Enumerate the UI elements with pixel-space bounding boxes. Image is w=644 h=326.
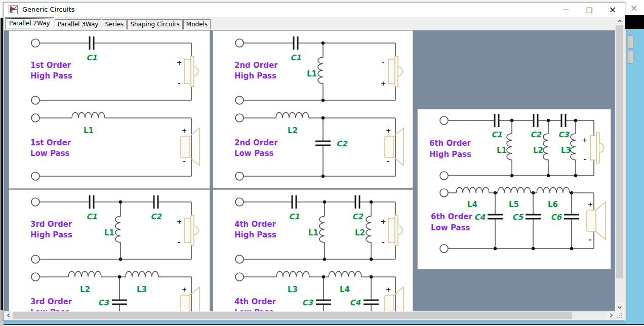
cap-label: C3 bbox=[302, 298, 314, 307]
resize-grip-icon[interactable] bbox=[617, 312, 623, 319]
back-window-close-icon[interactable]: × bbox=[628, 2, 640, 14]
cap-label: C6 bbox=[551, 213, 562, 222]
cap-label: C3 bbox=[98, 298, 110, 307]
shunt-inductor-icon bbox=[543, 120, 548, 176]
scroll-down-button[interactable] bbox=[615, 303, 624, 311]
input-terminal-icon bbox=[235, 255, 244, 263]
shunt-capacitor-icon bbox=[315, 141, 331, 145]
back-window-button[interactable] bbox=[628, 35, 633, 49]
input-terminal-icon bbox=[235, 172, 244, 180]
cap-label: C1 bbox=[289, 212, 299, 221]
circuit-title: 4th Order bbox=[234, 297, 276, 306]
shunt-inductor-icon bbox=[507, 120, 512, 176]
panel-3rd-order: C1 C2 L1 + - 3rd Order High Pass bbox=[9, 189, 210, 311]
polarity-plus: + bbox=[386, 286, 391, 293]
cap-label: C4 bbox=[474, 213, 486, 222]
inductor-icon bbox=[276, 112, 309, 118]
scrollbar-corner bbox=[615, 311, 624, 319]
circuit-title: High Pass bbox=[234, 71, 276, 80]
input-terminal-icon bbox=[235, 39, 244, 47]
input-terminal-icon bbox=[440, 172, 448, 180]
inductor-icon bbox=[126, 271, 158, 277]
back-window-black-strip bbox=[625, 15, 644, 29]
circuit-3rd-order-low-pass: L2 L3 C3 + - 3rd Order Low Pass bbox=[9, 269, 210, 311]
app-icon bbox=[9, 5, 18, 14]
circuit-title: Low Pass bbox=[234, 149, 274, 158]
cap-label: C2 bbox=[352, 212, 364, 221]
back-window-right-edge bbox=[625, 29, 644, 324]
circuit-title: High Pass bbox=[30, 71, 72, 80]
tweeter-icon bbox=[388, 56, 402, 87]
input-terminal-icon bbox=[235, 198, 244, 206]
ind-label: L4 bbox=[340, 285, 350, 294]
tab-parallel-2way[interactable]: Parallel 2Way bbox=[5, 17, 54, 29]
polarity-minus: - bbox=[178, 238, 180, 246]
tweeter-icon bbox=[184, 215, 198, 246]
ind-label: L4 bbox=[467, 200, 477, 209]
circuit-6th-order-low-pass: L4 L5 L6 C4 C5 C6 + - 6th Order Low Pass bbox=[418, 185, 611, 269]
scroll-right-button[interactable] bbox=[607, 311, 615, 319]
inductor-icon bbox=[456, 187, 489, 193]
shunt-inductor-icon bbox=[319, 202, 325, 259]
tab-parallel-3way[interactable]: Parallel 3Way bbox=[55, 19, 102, 29]
vertical-scrollbar[interactable] bbox=[615, 17, 624, 311]
input-terminal-icon bbox=[31, 114, 39, 122]
circuit-4th-order-low-pass: L3 L4 C3 C4 + - 4th Order Low Pass bbox=[213, 269, 413, 311]
circuit-canvas: C1 + - 1st Order High Pass L1 bbox=[4, 29, 615, 311]
input-terminal-icon bbox=[31, 39, 39, 47]
cap-label: C2 bbox=[336, 139, 348, 148]
circuit-title: 3rd Order bbox=[30, 220, 72, 229]
horizontal-scrollbar[interactable] bbox=[4, 311, 615, 319]
circuit-4th-order-high-pass: C1 C2 L1 L2 + - 4th Order High Pass bbox=[213, 190, 413, 269]
polarity-plus: + bbox=[386, 127, 391, 134]
polarity-plus: + bbox=[381, 218, 386, 225]
ind-label: L3 bbox=[137, 285, 147, 294]
circuit-title: High Pass bbox=[234, 230, 276, 239]
maximize-button[interactable]: □ bbox=[578, 3, 601, 17]
polarity-minus: - bbox=[183, 157, 185, 165]
tab-models[interactable]: Models bbox=[183, 19, 211, 29]
inductor-icon bbox=[498, 187, 531, 193]
ind-label: L3 bbox=[561, 146, 571, 155]
cap-label: C1 bbox=[86, 212, 97, 221]
ind-label: L6 bbox=[548, 200, 558, 209]
screen: × Generic Circuits — □ × Parallel 2Way P… bbox=[0, 0, 644, 326]
vertical-scrollbar-thumb[interactable] bbox=[616, 25, 623, 278]
scroll-left-button[interactable] bbox=[4, 311, 13, 319]
shunt-inductor-icon bbox=[115, 202, 120, 259]
scroll-up-button[interactable] bbox=[615, 17, 624, 25]
circuit-title: 2nd Order bbox=[234, 138, 278, 147]
tab-shaping-circuits[interactable]: Shaping Circuits bbox=[127, 19, 182, 29]
polarity-plus: + bbox=[177, 59, 182, 66]
circuit-title: 2nd Order bbox=[234, 61, 278, 70]
polarity-minus: - bbox=[382, 59, 384, 66]
close-button[interactable]: × bbox=[601, 3, 624, 17]
horizontal-scrollbar-thumb[interactable] bbox=[13, 312, 572, 319]
circuit-title: 1st Order bbox=[30, 61, 71, 70]
input-terminal-icon bbox=[235, 96, 244, 104]
cap-label: C2 bbox=[150, 212, 162, 221]
ind-label: L1 bbox=[497, 146, 507, 155]
cap-label: C3 bbox=[558, 130, 570, 139]
title-bar[interactable] bbox=[4, 3, 625, 17]
tab-bar: Parallel 2Way Parallel 3Way Series Shapi… bbox=[4, 17, 615, 29]
panel-2nd-order: C1 L1 - + 2nd Order High Pass L2 C2 bbox=[213, 30, 413, 188]
circuit-title: 6th Order bbox=[431, 212, 473, 221]
tab-series[interactable]: Series bbox=[102, 19, 127, 29]
ind-label: L5 bbox=[509, 200, 519, 209]
back-window-button[interactable] bbox=[628, 51, 633, 64]
circuit-title: Low Pass bbox=[30, 149, 70, 158]
panel-1st-order: C1 + - 1st Order High Pass L1 bbox=[9, 30, 210, 189]
minimize-button[interactable]: — bbox=[554, 3, 578, 17]
circuit-title: 3rd Order bbox=[30, 297, 72, 306]
ind-label: L2 bbox=[288, 126, 298, 135]
shunt-inductor-icon bbox=[318, 43, 323, 100]
window-title: Generic Circuits bbox=[22, 3, 74, 17]
polarity-minus: - bbox=[583, 155, 586, 163]
circuit-1st-order-high-pass: C1 + - 1st Order High Pass bbox=[9, 31, 210, 110]
ind-label: L1 bbox=[308, 228, 318, 237]
panel-6th-order: C1 C2 C3 L1 L2 L3 + - 6th Order High Pas… bbox=[417, 109, 611, 269]
ind-label: L1 bbox=[84, 126, 94, 135]
polarity-minus: - bbox=[589, 236, 591, 243]
circuit-3rd-order-high-pass: C1 C2 L1 + - 3rd Order High Pass bbox=[9, 190, 210, 269]
